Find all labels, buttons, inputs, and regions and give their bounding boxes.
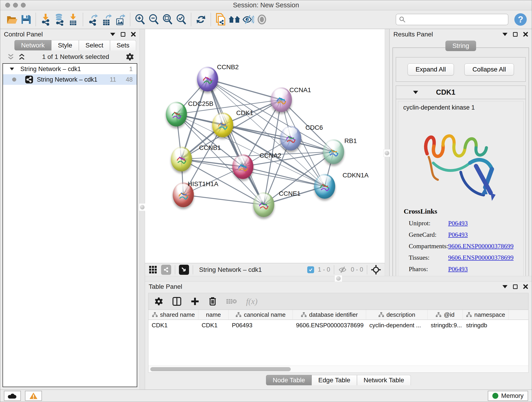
refresh-icon[interactable] [194, 13, 208, 26]
node-result-header[interactable]: CDK1 [396, 86, 525, 99]
clone-network-icon[interactable] [214, 13, 228, 26]
birdseye-view-icon[interactable] [179, 265, 189, 275]
help-icon[interactable]: ? [514, 13, 527, 26]
expand-all-icon[interactable] [18, 53, 25, 60]
network-collection-row[interactable]: String Network – cdk1 1 [3, 64, 137, 74]
zoom-in-icon[interactable] [133, 13, 147, 26]
table-options-gear-icon[interactable] [154, 297, 163, 306]
panel-float-icon[interactable] [121, 32, 125, 37]
column-header-name[interactable]: name [198, 310, 229, 319]
delete-column-icon[interactable] [209, 297, 217, 306]
network-node-CDK1[interactable] [212, 113, 233, 137]
crosslink-link[interactable]: 9606.ENSP00000378699 [448, 242, 513, 250]
export-network-icon[interactable] [86, 13, 100, 26]
network-node-CCNB1[interactable] [171, 147, 192, 172]
crosslink-row: Pharos:P06493 [398, 263, 523, 275]
import-network-icon[interactable] [39, 13, 52, 26]
horizontal-splitter-handle[interactable] [335, 275, 342, 282]
table-row[interactable]: CDK1CDK1P064939606.ENSP00000378699cyclin… [148, 320, 528, 331]
right-splitter-handle[interactable] [384, 149, 390, 157]
selected-checkbox-icon[interactable] [307, 266, 314, 273]
collapse-all-icon[interactable] [7, 53, 14, 60]
search-input[interactable] [396, 14, 508, 25]
network-options-gear-icon[interactable] [126, 53, 134, 61]
hide-selected-icon[interactable] [241, 13, 255, 26]
export-image-icon[interactable] [114, 13, 127, 26]
cloud-status-button[interactable] [4, 391, 21, 401]
network-node-CCNB2[interactable] [197, 67, 218, 91]
show-all-icon[interactable] [255, 13, 269, 26]
string-home-icon[interactable] [228, 13, 241, 26]
table-cell[interactable]: CDK1 [148, 320, 198, 331]
network-scroll-strip[interactable] [385, 29, 389, 276]
collapse-all-button[interactable]: Collapse All [464, 64, 514, 75]
tab-string[interactable]: String [445, 41, 476, 51]
tab-sets[interactable]: Sets [110, 40, 136, 51]
table-cell[interactable]: stringdb:9... [428, 320, 463, 331]
network-node-CDC25B[interactable] [166, 102, 187, 127]
panel-menu-icon[interactable] [502, 285, 507, 288]
memory-button[interactable]: Memory [488, 391, 528, 401]
import-table-icon[interactable] [66, 13, 80, 26]
network-row[interactable]: String Network – cdk1 11 48 [3, 74, 137, 85]
save-session-icon[interactable] [19, 13, 33, 26]
zoom-selected-icon[interactable] [174, 13, 188, 26]
tab-select[interactable]: Select [79, 40, 110, 51]
panel-menu-icon[interactable] [110, 33, 115, 36]
crosslink-link[interactable]: 9606.ENSP00000378699 [448, 254, 513, 261]
table-hscrollbar-thumb[interactable] [150, 367, 291, 371]
panel-close-icon[interactable] [523, 284, 528, 289]
tab-network-table[interactable]: Network Table [357, 375, 411, 385]
column-header-database-identifier[interactable]: database identifier [293, 310, 366, 319]
table-cell[interactable]: P06493 [229, 320, 293, 331]
table-hscrollbar[interactable] [148, 366, 528, 372]
tab-network[interactable]: Network [14, 40, 51, 51]
expand-all-button[interactable]: Expand All [408, 64, 454, 75]
panel-close-icon[interactable] [131, 32, 136, 37]
show-columns-icon[interactable] [172, 297, 181, 306]
network-node-CDC6[interactable] [280, 126, 301, 151]
left-splitter-handle[interactable] [139, 203, 146, 211]
column-header-description[interactable]: description [366, 310, 428, 319]
column-header--id[interactable]: @id [428, 310, 463, 319]
table-cell[interactable]: 9606.ENSP00000378699 [293, 320, 366, 331]
import-network-database-icon[interactable] [52, 13, 66, 26]
tab-style[interactable]: Style [51, 40, 79, 51]
table-cell[interactable]: cyclin-dependent ... [366, 320, 428, 331]
crosslink-link[interactable]: P06493 [448, 265, 468, 273]
horizontal-splitter[interactable] [145, 276, 532, 281]
crosslink-link[interactable]: P06493 [448, 220, 468, 227]
panel-close-icon[interactable] [523, 32, 528, 37]
grid-view-icon[interactable] [149, 265, 157, 274]
entry-collapse-icon[interactable] [413, 91, 418, 94]
table-cell[interactable]: CDK1 [198, 320, 229, 331]
add-column-icon[interactable] [191, 297, 199, 306]
open-session-icon[interactable] [5, 13, 19, 26]
column-header-namespace[interactable]: namespace [463, 310, 509, 319]
network-node-CCNA2[interactable] [232, 154, 253, 179]
network-node-CCNA1[interactable] [271, 87, 292, 112]
column-header-shared-name[interactable]: shared name [148, 310, 198, 319]
tab-node-table[interactable]: Node Table [266, 375, 312, 385]
warning-status-button[interactable] [25, 391, 42, 401]
network-canvas[interactable]: CCNB2CCNA1CDC25BCDK1CDC6RB1CCNB1CCNA2CDK… [145, 29, 385, 263]
export-table-icon[interactable] [100, 13, 114, 26]
network-share-view-icon[interactable] [161, 265, 171, 275]
tab-edge-table[interactable]: Edge Table [312, 375, 357, 385]
left-splitter[interactable] [139, 29, 145, 389]
network-edge-count: 48 [126, 76, 133, 83]
crosslink-link[interactable]: P06493 [448, 231, 468, 238]
network-node-CDKN1A[interactable] [314, 174, 335, 199]
collection-expand-icon[interactable] [10, 68, 14, 70]
panel-float-icon[interactable] [513, 32, 518, 37]
table-cell[interactable]: stringdb [463, 320, 509, 331]
network-node-RB1[interactable] [323, 139, 344, 164]
column-header-canonical-name[interactable]: canonical name [229, 310, 293, 319]
panel-menu-icon[interactable] [502, 33, 507, 36]
panel-float-icon[interactable] [513, 284, 518, 289]
zoom-out-icon[interactable] [147, 13, 161, 26]
column-tree-icon [301, 312, 307, 317]
zoom-fit-icon[interactable] [161, 13, 174, 26]
network-node-CCNE1[interactable] [253, 192, 274, 217]
crosshair-icon[interactable] [371, 265, 381, 275]
